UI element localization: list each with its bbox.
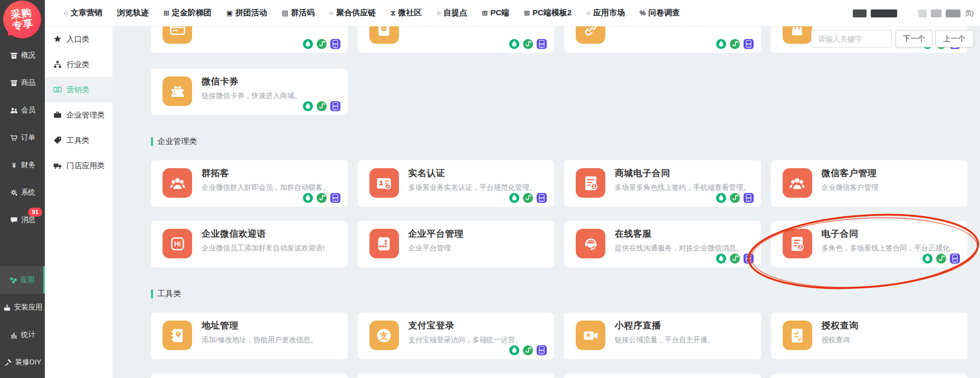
sidebar-item-label: 系统	[21, 188, 35, 197]
topnav-item[interactable]: ▣拼团活动	[226, 8, 267, 18]
app-card-电子合同[interactable]: 电子合同多角色，多场景线上签合同，平台正规化...WAP	[771, 221, 968, 267]
wap-icon[interactable]: WAP	[537, 193, 547, 203]
sidebar-item-订单[interactable]: 订单	[0, 124, 45, 151]
svg-text:WAP: WAP	[539, 43, 545, 45]
sidebar-item-装修DIY[interactable]: 装修DIY	[0, 348, 45, 376]
app-card-地址管理[interactable]: 地址管理添加/修改地址，协助用户更改信息。	[151, 313, 348, 359]
miniprogram-icon[interactable]	[523, 193, 533, 203]
drop-miniapp-icon[interactable]	[716, 39, 726, 49]
miniprogram-icon[interactable]	[730, 193, 740, 203]
wap-icon[interactable]: WAP	[950, 254, 960, 264]
section-header-工具类: 工具类	[151, 288, 967, 299]
app-card-title: 授权查询	[822, 321, 959, 331]
wap-icon[interactable]: WAP	[330, 101, 340, 111]
app-card-企业平台管理[interactable]: 企业平台管理企业平台管理	[358, 221, 555, 267]
circle-icon: ○	[329, 9, 334, 16]
category-item-企业管理类[interactable]: 企业管理类	[45, 102, 112, 128]
miniprogram-icon[interactable]	[730, 254, 740, 264]
miniprogram-icon[interactable]	[317, 101, 327, 111]
topnav-item[interactable]: ○聚合供应链	[329, 8, 376, 18]
miniprogram-icon[interactable]	[523, 345, 533, 355]
sidebar-item-财务[interactable]: ¥财务	[0, 151, 45, 179]
app-card-partial[interactable]	[358, 374, 555, 378]
app-card-title: 实名认证	[408, 168, 546, 179]
contract-icon	[576, 168, 605, 198]
topnav-item[interactable]: ⊞PC端	[482, 8, 509, 18]
app-card-小程序直播[interactable]: 小程序直播链接公域流量，平台自主开播。	[564, 313, 761, 359]
drop-miniapp-icon[interactable]	[922, 254, 933, 264]
category-sidebar: 入口类行业类营销类企业管理类工具类门店应用类	[45, 26, 112, 378]
app-card[interactable]: 看短视频领红包，引流宣传更高效。WAP	[358, 26, 555, 53]
sidebar-item-统计[interactable]: 统计	[0, 321, 45, 348]
wap-icon[interactable]: WAP	[330, 39, 340, 49]
drop-miniapp-icon[interactable]	[716, 254, 726, 264]
wap-icon[interactable]: WAP	[744, 39, 754, 49]
app-card-title: 群拓客	[202, 168, 339, 179]
app-card-title: 支付宝登录	[408, 321, 546, 331]
category-item-行业类[interactable]: 行业类	[45, 52, 112, 77]
topnav-item[interactable]: ○应用市场	[586, 8, 625, 18]
drop-miniapp-icon[interactable]	[509, 39, 519, 49]
wap-icon[interactable]: WAP	[744, 193, 754, 203]
topnav-item[interactable]: ⧖微社区	[391, 8, 422, 18]
drop-miniapp-icon[interactable]	[303, 39, 313, 49]
category-item-工具类[interactable]: 工具类	[45, 128, 112, 153]
topnav-item[interactable]: ⊞定金阶梯团	[164, 8, 212, 18]
topnav-item[interactable]: ▤群活码	[282, 8, 315, 18]
app-card-partial[interactable]	[771, 374, 968, 378]
app-card-实名认证[interactable]: 实名认证多场景业务实名认证，平台规范化管理。WAP	[358, 160, 555, 207]
miniprogram-icon[interactable]	[317, 193, 327, 203]
category-item-门店应用类[interactable]: 门店应用类	[45, 153, 112, 178]
sidebar-item-商品[interactable]: 商品	[0, 69, 45, 96]
find-prev-button[interactable]: 上一个	[935, 30, 974, 47]
miniprogram-icon[interactable]	[730, 39, 740, 49]
find-next-button[interactable]: 下一个	[896, 30, 933, 47]
topnav-item[interactable]: ⊞PC端模板2	[524, 8, 572, 18]
sidebar-item-消息[interactable]: 消息91	[0, 206, 45, 234]
drop-miniapp-icon[interactable]	[303, 101, 313, 111]
drop-miniapp-icon[interactable]	[509, 193, 519, 203]
app-card-授权查询[interactable]: 授权查询授权查询	[771, 313, 968, 359]
tag-icon	[53, 135, 62, 145]
sidebar-item-概况[interactable]: 概况	[0, 42, 45, 69]
sidebar-item-label: 财务	[21, 160, 35, 170]
section-header-企业管理类: 企业管理类	[151, 136, 967, 147]
sidebar-item-会员[interactable]: 会员	[0, 96, 45, 124]
miniprogram-icon[interactable]	[936, 254, 946, 264]
app-card-description: 添加/修改地址，协助用户更改信息。	[202, 335, 339, 344]
sidebar-item-系统[interactable]: 系统	[0, 179, 45, 206]
app-card[interactable]: 同步会员等级，一卡通在手，线上线下共...WAP	[151, 26, 348, 53]
topnav-item[interactable]: ○自提点	[436, 8, 467, 18]
wap-icon[interactable]: WAP	[537, 39, 547, 49]
topnav-item[interactable]: ○文章营销	[64, 8, 102, 18]
platform-icons: WAP	[716, 193, 754, 203]
app-card-partial[interactable]	[151, 374, 348, 378]
app-card-支付宝登录[interactable]: 支支付宝登录支付宝端登录访问，多端统一运营。WAP	[358, 313, 555, 359]
category-item-入口类[interactable]: 入口类	[45, 26, 112, 52]
wap-icon[interactable]: WAP	[330, 193, 340, 203]
app-card-商城电子合同[interactable]: 商城电子合同多场景多角色线上签约，手机端查看管理。WAP	[564, 160, 761, 207]
wap-icon[interactable]: WAP	[744, 254, 754, 264]
app-card-群拓客[interactable]: 群拓客企业微信群入群即会员，加群自动锁客。WAP	[151, 160, 348, 207]
app-card-title: 电子合同	[822, 229, 959, 239]
topnav-item[interactable]: %问卷调查	[640, 8, 680, 18]
app-card-title: 企业平台管理	[408, 229, 546, 239]
category-item-营销类[interactable]: 营销类	[45, 77, 112, 102]
topnav-item[interactable]: 浏览轨迹	[117, 8, 149, 18]
sidebar-item-安装应用[interactable]: 安装应用	[0, 294, 45, 321]
app-card-企业微信欢迎语[interactable]: Hi企业微信欢迎语企业微信员工添加好友自动发送欢迎语!	[151, 221, 348, 267]
miniprogram-icon[interactable]	[523, 39, 533, 49]
app-card-在线客服[interactable]: 在线客服提供在线沟通服务，对接企业微信消息。WAP	[564, 221, 761, 267]
app-card-partial[interactable]	[564, 374, 761, 378]
app-card-微信卡券[interactable]: 微信卡券链接微信卡券，快速进入商城。WAP	[151, 69, 348, 115]
drop-miniapp-icon[interactable]	[716, 193, 726, 203]
drop-miniapp-icon[interactable]	[509, 345, 519, 355]
sidebar-item-label: 订单	[21, 133, 35, 142]
find-input[interactable]	[811, 30, 892, 47]
app-card[interactable]: 短视频营销，带货传播更便捷。WAP	[564, 26, 761, 53]
miniprogram-icon[interactable]	[317, 39, 327, 49]
drop-miniapp-icon[interactable]	[303, 193, 313, 203]
app-card-微信客户管理[interactable]: 微信客户管理企业微信客户管理	[771, 160, 968, 207]
wap-icon[interactable]: WAP	[537, 345, 547, 355]
sidebar-item-应用[interactable]: 应用	[0, 266, 45, 294]
